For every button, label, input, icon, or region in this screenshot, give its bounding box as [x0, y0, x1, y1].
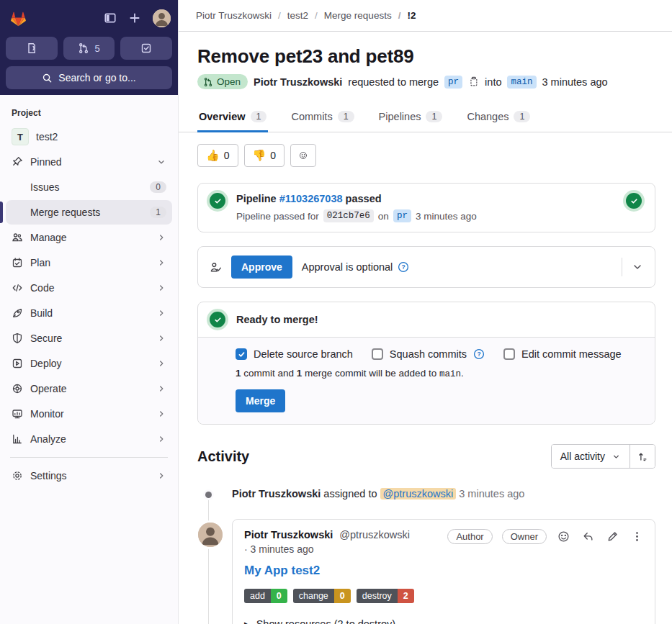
issues-shortcut-button[interactable]: [6, 37, 58, 60]
tab-overview[interactable]: Overview 1: [197, 105, 268, 132]
pipeline-on-text: on: [378, 211, 389, 222]
system-note: Piotr Truszkowski assigned to @ptruszkow…: [197, 488, 655, 499]
pin-icon: [12, 156, 23, 168]
breadcrumb-item[interactable]: test2: [272, 10, 308, 21]
breadcrumb-current: !2: [392, 10, 416, 21]
checkbox-checked-icon[interactable]: [236, 348, 247, 360]
manage-label: Manage: [30, 232, 67, 243]
user-avatar[interactable]: [153, 9, 171, 27]
mr-content: Remove pet23 and pet89 Open Piotr Truszk…: [179, 32, 672, 624]
comment-title-link[interactable]: My App test2: [244, 564, 320, 578]
sidebar-item-monitor[interactable]: Monitor: [6, 402, 172, 426]
sidebar-item-code[interactable]: Code: [6, 276, 172, 300]
approve-button[interactable]: Approve: [231, 256, 292, 279]
breadcrumb-item[interactable]: Piotr Truszkowski: [196, 10, 272, 21]
comment-author-username[interactable]: @ptruszkowski: [339, 529, 410, 541]
checkbox-unchecked-icon[interactable]: [372, 348, 383, 360]
sidebar-item-deploy[interactable]: Deploy: [6, 351, 172, 376]
add-reaction-icon[interactable]: [556, 529, 571, 544]
merge-requests-label: Merge requests: [30, 207, 100, 218]
activity-filter-dropdown[interactable]: All activity: [552, 445, 630, 468]
pipeline-time: 3 minutes ago: [416, 211, 477, 222]
tab-pipelines[interactable]: Pipelines 1: [377, 105, 444, 132]
show-resources-toggle[interactable]: ▶ Show resources (2 to destroy): [244, 618, 643, 624]
tab-commits[interactable]: Commits 1: [290, 105, 355, 132]
sidebar: 5 Search or go to... Project: [0, 0, 179, 624]
pipeline-passed-icon[interactable]: [210, 193, 225, 209]
svg-text:?: ?: [402, 263, 406, 271]
breadcrumb-item[interactable]: Merge requests: [308, 10, 392, 21]
comment-card: Piotr Truszkowski @ptruszkowski · 3 minu…: [232, 519, 655, 624]
comment-header: Piotr Truszkowski @ptruszkowski · 3 minu…: [233, 520, 655, 555]
pipeline-branch-badge[interactable]: pr: [393, 209, 411, 222]
source-branch-badge[interactable]: pr: [444, 76, 462, 89]
pipeline-id-link[interactable]: #1103267038: [279, 193, 343, 204]
pipeline-widget: Pipeline #1103267038 passed Pipeline pas…: [197, 183, 655, 232]
sidebar-item-manage[interactable]: Manage: [6, 225, 172, 250]
create-new-icon[interactable]: [128, 12, 141, 24]
mr-meta-row: Open Piotr Truszkowski requested to merg…: [197, 74, 655, 89]
sidebar-item-build[interactable]: Build: [6, 301, 172, 325]
user-mention[interactable]: @ptruszkowski: [380, 488, 457, 499]
checkbox-unchecked-icon[interactable]: [503, 348, 515, 360]
chevron-right-icon: [156, 434, 166, 444]
change-stat-badge: change 0: [293, 589, 351, 603]
active-indicator: [0, 202, 3, 223]
squash-commits-option[interactable]: Squash commits ?: [372, 348, 485, 360]
pipeline-stage-icon[interactable]: [626, 193, 642, 209]
sidebar-item-project-test2[interactable]: T test2: [6, 125, 172, 149]
sidebar-item-pinned[interactable]: Pinned: [6, 150, 172, 174]
copy-branch-icon[interactable]: [468, 76, 479, 87]
mr-author[interactable]: Piotr Truszkowski: [254, 76, 342, 88]
comment-author-name[interactable]: Piotr Truszkowski: [244, 529, 333, 541]
sidebar-item-issues[interactable]: Issues 0: [6, 175, 172, 199]
help-question-icon[interactable]: ?: [473, 348, 485, 360]
chevron-right-icon: [156, 409, 166, 419]
sidebar-shortcuts: 5: [6, 37, 172, 60]
chevron-right-icon: [156, 358, 166, 368]
comment-author-avatar[interactable]: [198, 523, 223, 547]
thumbs-up-button[interactable]: 👍 0: [197, 144, 238, 167]
commit-sha-badge[interactable]: 021cb7e6: [323, 209, 374, 222]
thumbs-down-button[interactable]: 👎 0: [244, 144, 285, 167]
expand-chevron-icon[interactable]: [632, 261, 643, 273]
search-button[interactable]: Search or go to...: [6, 66, 172, 89]
note-author[interactable]: Piotr Truszkowski: [232, 488, 321, 499]
sidebar-item-merge-requests[interactable]: Merge requests 1: [6, 200, 172, 225]
tab-changes[interactable]: Changes 1: [465, 105, 532, 132]
sidebar-toggle-icon[interactable]: [104, 12, 117, 24]
mr-shortcut-count: 5: [94, 43, 99, 54]
monitor-label: Monitor: [30, 408, 64, 420]
edit-commit-message-option[interactable]: Edit commit message: [503, 348, 622, 360]
add-stat-badge: add 0: [244, 589, 287, 603]
sidebar-item-operate[interactable]: Operate: [6, 376, 172, 401]
sidebar-item-secure[interactable]: Secure: [6, 326, 172, 351]
note-time[interactable]: 3 minutes ago: [459, 488, 524, 499]
add-reaction-button[interactable]: [290, 144, 316, 167]
todos-shortcut-button[interactable]: [120, 37, 172, 60]
activity-filter-label: All activity: [560, 451, 605, 462]
sidebar-item-plan[interactable]: Plan: [6, 250, 172, 275]
chevron-right-icon: [156, 308, 166, 318]
ready-check-icon: [210, 312, 225, 327]
sort-order-button[interactable]: [630, 445, 655, 468]
plan-label: Plan: [30, 257, 50, 268]
help-question-icon[interactable]: ?: [398, 261, 409, 273]
mr-into-text: into: [485, 76, 501, 88]
breadcrumb: Piotr Truszkowski test2 Merge requests !…: [196, 10, 416, 21]
gitlab-logo-icon[interactable]: [9, 9, 28, 28]
delete-source-branch-option[interactable]: Delete source branch: [236, 348, 353, 360]
chevron-right-icon: [156, 384, 166, 394]
target-branch-badge[interactable]: main: [507, 76, 536, 89]
stat-count: 2: [398, 589, 414, 603]
activity-feed: Piotr Truszkowski assigned to @ptruszkow…: [197, 488, 655, 624]
merge-requests-shortcut-button[interactable]: 5: [63, 37, 115, 60]
sidebar-item-settings[interactable]: Settings: [6, 464, 172, 488]
page-title: Remove pet23 and pet89: [197, 45, 655, 68]
comment-time[interactable]: · 3 minutes ago: [244, 543, 410, 555]
edit-pencil-icon[interactable]: [605, 529, 620, 544]
sidebar-item-analyze[interactable]: Analyze: [6, 427, 172, 451]
reply-icon[interactable]: [581, 529, 596, 544]
more-options-kebab-icon[interactable]: [630, 529, 645, 544]
merge-button[interactable]: Merge: [236, 389, 285, 412]
